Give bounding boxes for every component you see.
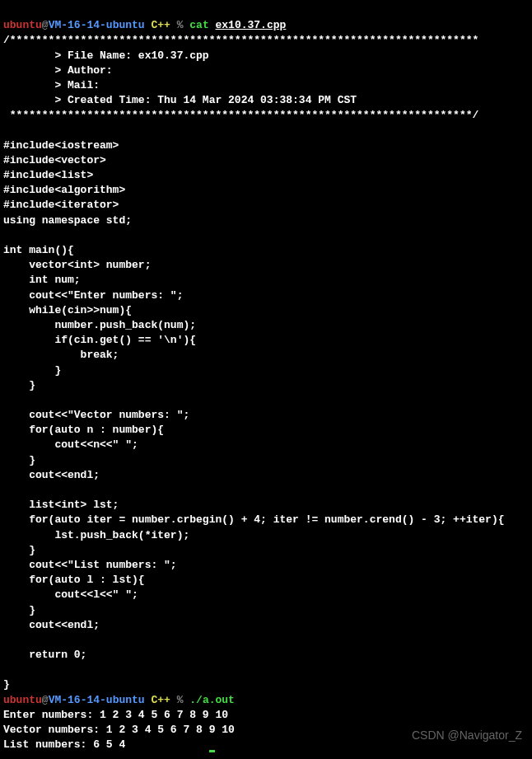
prompt-line-1: ubuntu@VM-16-14-ubuntu C++ % cat ex10.37… <box>3 19 286 31</box>
source-header-bot: ****************************************… <box>3 109 478 121</box>
prompt-user-2: ubuntu <box>3 694 42 706</box>
source-if: if(cin.get() == '\n'){ <box>3 334 196 346</box>
source-close-for-n: } <box>3 454 35 466</box>
prompt-user: ubuntu <box>3 19 42 31</box>
source-list-decl: list<int> lst; <box>3 499 119 511</box>
source-include-vector: #include<vector> <box>3 154 106 166</box>
source-close-for-l: } <box>3 604 35 616</box>
source-return: return 0; <box>3 649 86 661</box>
source-cout-n: cout<<n<<" "; <box>3 438 138 451</box>
prompt-dir: C++ <box>145 19 170 31</box>
source-include-list: #include<list> <box>3 169 93 181</box>
command-filename: ex10.37.cpp <box>216 19 287 31</box>
source-close-while: } <box>3 379 35 391</box>
source-endl2: cout<<endl; <box>3 619 100 631</box>
prompt-host-2: VM-16-14-ubuntu <box>49 694 145 706</box>
prompt-at-2: @ <box>42 694 49 706</box>
prompt-percent: % <box>170 19 184 31</box>
cursor-icon <box>209 750 215 752</box>
source-close-main: } <box>3 678 10 691</box>
source-cout-l: cout<<l<<" "; <box>3 588 138 601</box>
source-vec-cout: cout<<"Vector numbers: "; <box>3 409 189 421</box>
prompt-at: @ <box>42 19 49 31</box>
source-break: break; <box>3 349 119 361</box>
prompt-host: VM-16-14-ubuntu <box>49 19 145 31</box>
source-header-top: /***************************************… <box>3 34 478 46</box>
prompt-line-2: ubuntu@VM-16-14-ubuntu C++ % ./a.out <box>3 694 235 706</box>
command-run: ./a.out <box>183 694 234 706</box>
source-push: number.push_back(num); <box>3 319 196 331</box>
prompt-dir-2: C++ <box>145 694 170 706</box>
source-file-line: > File Name: ex10.37.cpp <box>3 49 209 62</box>
terminal-output[interactable]: ubuntu@VM-16-14-ubuntu C++ % cat ex10.37… <box>3 3 529 752</box>
source-for-iter: for(auto iter = number.crbegin() + 4; it… <box>3 513 505 526</box>
source-lst-push: lst.push_back(*iter); <box>3 529 189 541</box>
prompt-percent-2: % <box>170 694 184 706</box>
source-enter-prompt: cout<<"Enter numbers: "; <box>3 289 183 302</box>
run-enter: Enter numbers: 1 2 3 4 5 6 7 8 9 10 <box>3 709 228 721</box>
run-list: List numbers: 6 5 4 <box>3 738 132 751</box>
source-num-decl: int num; <box>3 274 81 286</box>
run-vector: Vector numbers: 1 2 3 4 5 6 7 8 9 10 <box>3 724 241 736</box>
source-author-line: > Author: <box>3 64 119 77</box>
source-include-iterator: #include<iterator> <box>3 199 119 211</box>
source-for-l: for(auto l : lst){ <box>3 574 145 586</box>
source-using: using namespace std; <box>3 214 132 227</box>
source-time-line: > Created Time: Thu 14 Mar 2024 03:38:34… <box>3 94 357 106</box>
source-endl1: cout<<endl; <box>3 469 100 481</box>
source-for-n: for(auto n : number){ <box>3 424 164 436</box>
source-vec-decl: vector<int> number; <box>3 259 151 271</box>
source-mail-line: > Mail: <box>3 79 106 91</box>
source-include-iostream: #include<iostream> <box>3 139 119 152</box>
source-close-for-iter: } <box>3 544 35 556</box>
source-main-sig: int main(){ <box>3 244 74 256</box>
source-include-algorithm: #include<algorithm> <box>3 184 125 196</box>
command-cat: cat <box>183 19 215 31</box>
source-list-cout: cout<<"List numbers: "; <box>3 559 177 571</box>
source-while: while(cin>>num){ <box>3 304 132 316</box>
watermark-text: CSDN @Navigator_Z <box>412 728 522 744</box>
source-close-if: } <box>3 364 61 377</box>
